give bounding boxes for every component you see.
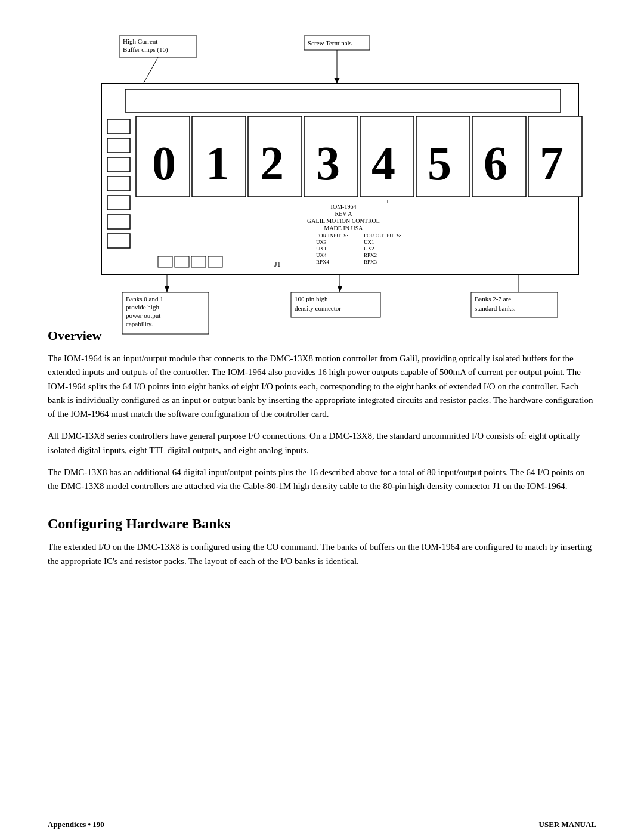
svg-text:FOR OUTPUTS:: FOR OUTPUTS: [364, 233, 401, 239]
svg-rect-49 [175, 256, 189, 267]
configuring-section: Configuring Hardware Banks The extended … [48, 516, 596, 577]
configuring-title: Configuring Hardware Banks [48, 516, 596, 532]
svg-text:IOM-1964: IOM-1964 [331, 203, 357, 210]
svg-marker-8 [334, 78, 340, 83]
svg-text:GALIL MOTION CONTROL: GALIL MOTION CONTROL [307, 218, 380, 224]
svg-text:standard banks.: standard banks. [475, 305, 516, 312]
svg-text:2: 2 [260, 137, 284, 190]
svg-text:FOR INPUTS:: FOR INPUTS: [316, 233, 348, 239]
svg-text:RPX2: RPX2 [364, 252, 377, 258]
svg-marker-55 [165, 286, 169, 292]
svg-text:UX4: UX4 [316, 252, 327, 258]
svg-rect-48 [158, 256, 172, 267]
svg-text:4: 4 [371, 137, 395, 190]
footer: Appendices • 190 USER MANUAL [48, 816, 596, 833]
svg-text:RPX4: RPX4 [316, 259, 330, 265]
svg-text:UX1: UX1 [316, 246, 327, 252]
svg-text:density connector: density connector [295, 305, 341, 312]
svg-text:capability.: capability. [126, 320, 153, 327]
svg-text:3: 3 [316, 137, 340, 190]
svg-text:6: 6 [484, 137, 507, 190]
svg-text:power output: power output [126, 312, 160, 319]
svg-text:5: 5 [428, 137, 451, 190]
svg-text:UX2: UX2 [364, 246, 374, 252]
svg-rect-16 [107, 215, 130, 229]
svg-rect-51 [208, 256, 222, 267]
svg-text:7: 7 [540, 137, 564, 190]
svg-rect-50 [191, 256, 206, 267]
footer-left: Appendices • 190 [48, 820, 104, 829]
svg-text:High Current: High Current [123, 38, 157, 45]
svg-marker-57 [338, 286, 342, 292]
page: High Current Buffer chips (16) Screw Ter… [0, 0, 644, 833]
svg-text:REV A: REV A [335, 210, 353, 217]
svg-text:provide high: provide high [126, 304, 159, 311]
footer-right: USER MANUAL [539, 820, 596, 829]
configuring-para-1: The extended I/O on the DMC-13X8 is conf… [48, 540, 596, 568]
svg-rect-17 [107, 234, 130, 248]
svg-rect-12 [107, 138, 130, 153]
svg-rect-13 [107, 157, 130, 172]
diagram-svg: High Current Buffer chips (16) Screw Ter… [48, 24, 596, 310]
svg-text:Banks 2-7 are: Banks 2-7 are [475, 295, 511, 302]
svg-text:J1: J1 [274, 260, 281, 268]
overview-para-2: All DMC-13X8 series controllers have gen… [48, 429, 596, 457]
overview-section: Overview The IOM-1964 is an input/output… [48, 328, 596, 501]
svg-text:100 pin high: 100 pin high [295, 295, 328, 302]
svg-text:0: 0 [152, 137, 176, 190]
svg-text:Buffer chips (16): Buffer chips (16) [123, 46, 168, 54]
svg-rect-11 [107, 119, 130, 134]
svg-text:RPX3: RPX3 [364, 259, 377, 265]
svg-text:Screw Terminals: Screw Terminals [308, 39, 352, 47]
svg-text:1: 1 [206, 137, 230, 190]
svg-text:UX3: UX3 [316, 239, 327, 245]
svg-text:UX1: UX1 [364, 239, 374, 245]
diagram-container: High Current Buffer chips (16) Screw Ter… [48, 24, 596, 310]
svg-rect-14 [107, 176, 130, 191]
svg-rect-15 [107, 196, 130, 210]
svg-rect-10 [125, 89, 561, 112]
svg-text:MADE IN USA: MADE IN USA [324, 225, 364, 231]
svg-text:Banks 0 and 1: Banks 0 and 1 [126, 295, 163, 302]
overview-para-1: The IOM-1964 is an input/output module t… [48, 352, 596, 421]
overview-para-3: The DMC-13X8 has an additional 64 digita… [48, 466, 596, 494]
